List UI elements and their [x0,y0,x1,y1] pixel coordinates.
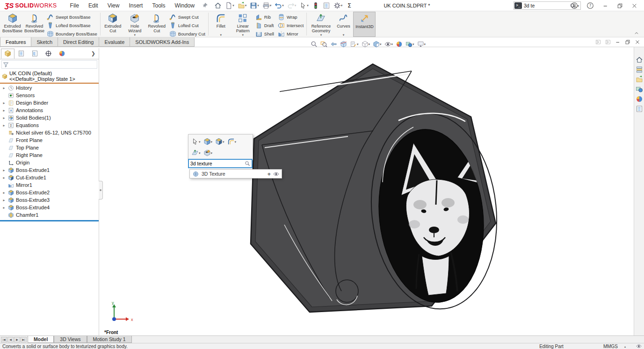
mirror-button[interactable]: Mirror [276,30,305,37]
fillet-shortcut-button[interactable]: ▾ [226,137,238,146]
pin-menu-icon[interactable] [199,1,211,9]
menu-file[interactable]: File [65,0,84,11]
revolved-cut-button[interactable]: Revolved Cut [146,12,168,37]
select-tool-button[interactable]: ▾ [190,137,202,146]
reference-geometry-button[interactable]: Reference Geometry ▾ [308,12,333,37]
curves-button[interactable]: Curves ▾ [333,12,353,37]
minimize-doc-icon[interactable] [615,39,621,45]
first-tab-icon[interactable]: |◀ [1,337,7,342]
custom-properties-icon[interactable] [635,105,644,113]
close-button[interactable] [629,2,640,10]
tab-features[interactable]: Features [0,37,31,47]
tab-sketch[interactable]: Sketch [31,37,58,47]
boundary-boss-base-button[interactable]: Boundary Boss/Base [45,30,99,37]
status-eye-icon[interactable] [636,343,642,349]
select-button[interactable]: ▾ [298,1,310,10]
tree-item-sensors[interactable]: Sensors [0,92,99,99]
menu-insert[interactable]: Insert [124,0,147,11]
shell-button[interactable]: Shell [254,30,275,37]
restore-button[interactable] [614,2,626,10]
tree-item-mirror1[interactable]: Mirror1 [0,181,99,189]
prev-tab-icon[interactable]: ◀ [7,337,14,342]
view-settings-icon[interactable]: ▾ [417,40,427,48]
login-icon[interactable] [568,1,581,10]
revolved-boss-base-button[interactable]: Revolved Boss/Base [23,12,45,37]
new-document-button[interactable]: ▾ [224,1,236,10]
tree-filter-box[interactable] [1,60,97,69]
redo-button[interactable]: ▾ [286,1,298,10]
annotation-views-icon[interactable]: ▾ [349,40,359,48]
boundary-cut-button[interactable]: Boundary Cut [168,30,207,37]
intersect-button[interactable]: Intersect [276,22,305,29]
displaymanager-tab[interactable] [55,49,69,59]
tree-item-boss-extrude4[interactable]: ▸Boss-Extrude4 [0,204,99,211]
minimize-button[interactable] [600,2,611,10]
zoom-fit-icon[interactable] [310,40,318,48]
tab-solidworks-add-ins[interactable]: SOLIDWORKS Add-Ins [130,37,195,47]
tree-item-right-plane[interactable]: Right Plane [0,151,99,159]
reference-geometry-shortcut-button[interactable]: ▾ [190,148,202,157]
tab-3d-views[interactable]: 3D Views [54,336,87,343]
apply-scene-icon[interactable]: ▾ [405,40,415,48]
tree-item-chamfer1[interactable]: Chamfer1 [0,211,99,219]
lofted-cut-button[interactable]: Lofted Cut [168,22,207,29]
menu-window[interactable]: Window [170,0,199,11]
rib-button[interactable]: Rib [254,14,275,21]
units-label[interactable]: MMGS [603,344,618,349]
panel-splitter-handle[interactable] [99,181,103,199]
zoom-area-icon[interactable] [320,40,328,48]
solidworks-resources-icon[interactable] [635,56,644,64]
units-caret-icon[interactable]: ▴ [624,345,626,348]
tab-motion-study-1[interactable]: Motion Study 1 [87,336,132,343]
expand-pane-icon[interactable] [605,39,611,45]
add-to-toolbar-icon[interactable]: + [267,171,271,177]
swept-boss-base-button[interactable]: Swept Boss/Base [45,14,99,21]
hide-show-items-icon[interactable]: ▾ [384,40,394,48]
tree-item-boss-extrude1[interactable]: ▸Boss-Extrude1 [0,166,99,174]
featuremanager-tab[interactable] [1,49,14,59]
tree-item-material[interactable]: Nickel silver 65-12, UNS C75700 [0,129,99,136]
display-style-icon[interactable]: ▾ [372,40,382,48]
search-result-3d-texture[interactable]: 3D Texture + [189,169,282,178]
tree-item-boss-extrude3[interactable]: ▸Boss-Extrude3 [0,196,99,204]
tree-item-top-plane[interactable]: Top Plane [0,144,99,151]
help-icon[interactable] [584,1,597,10]
view-palette-icon[interactable] [635,85,644,93]
previous-view-icon[interactable] [330,40,338,48]
tree-root-item[interactable]: UK COIN (Default) <<Default>_Display Sta… [0,70,99,83]
configurationmanager-tab[interactable] [28,49,42,59]
next-tab-icon[interactable]: ▶ [14,337,20,342]
edit-appearance-icon[interactable] [395,40,403,48]
swept-cut-button[interactable]: Swept Cut [168,14,207,21]
rollback-bar[interactable] [0,220,99,221]
view-orientation-icon[interactable]: ▾ [361,40,371,48]
tree-item-history[interactable]: ▸History [0,84,99,92]
tab-model[interactable]: Model [28,336,54,343]
undo-button[interactable]: ▾ [273,1,285,10]
linear-pattern-button[interactable]: Linear Pattern ▾ [232,12,254,37]
last-tab-icon[interactable]: ▶| [21,337,27,342]
extruded-cut-shortcut-button[interactable]: ▾ [214,137,225,146]
tab-evaluate[interactable]: Evaluate [99,37,130,47]
tree-item-cut-extrude1[interactable]: ▸Cut-Extrude1 [0,174,99,181]
collapse-ribbon-icon[interactable] [634,30,639,36]
shortcut-search-box[interactable] [188,159,253,168]
design-library-icon[interactable] [635,65,644,74]
menu-edit[interactable]: Edit [84,0,103,11]
hole-wizard-button[interactable]: Hole Wizard ▾ [124,12,146,37]
hole-wizard-shortcut-button[interactable]: ▾ [203,148,214,157]
print-button[interactable]: ▾ [261,1,273,10]
tree-item-annotations[interactable]: ▸Annotations [0,107,99,114]
extruded-boss-shortcut-button[interactable]: ▾ [203,137,214,146]
draft-button[interactable]: Draft [254,22,275,29]
save-button[interactable]: ▾ [248,1,260,10]
tree-item-front-plane[interactable]: Front Plane [0,136,99,144]
collapse-pane-icon[interactable] [595,39,601,45]
file-explorer-icon[interactable] [635,75,644,84]
tree-item-solid-bodies[interactable]: ▸Solid Bodies(1) [0,114,99,121]
tree-item-boss-extrude2[interactable]: ▸Boss-Extrude2 [0,189,99,196]
wrap-button[interactable]: Wrap [276,14,305,21]
section-view-icon[interactable] [340,40,347,48]
graphics-area[interactable]: ❯ UK COIN (Default) <<Default>_Display S… [0,47,644,335]
tab-direct-editing[interactable]: Direct Editing [58,37,99,47]
